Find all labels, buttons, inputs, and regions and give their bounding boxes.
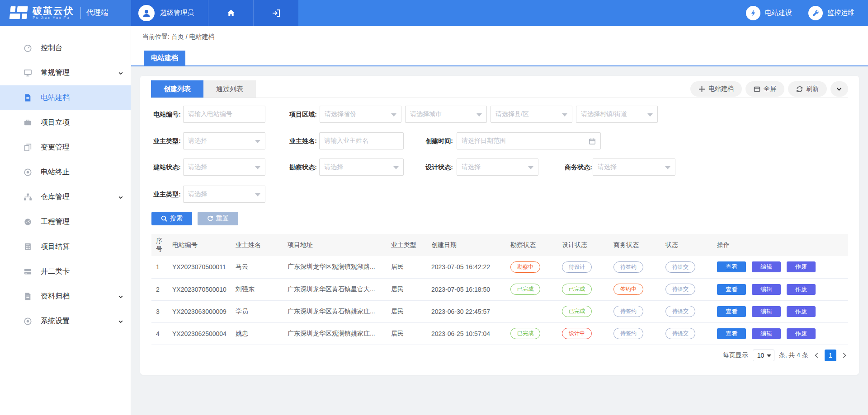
- select-caret-icon: [476, 113, 482, 117]
- business-cell: 待签约: [609, 300, 661, 322]
- sidebar: 控制台常规管理电站建档项目立项变更管理电站终止仓库管理工程管理项目结算开二类卡资…: [0, 26, 131, 415]
- select-input[interactable]: 请选择: [319, 159, 404, 176]
- actions-cell: 查看编辑作废: [712, 256, 848, 278]
- text-input[interactable]: 请输入电站编号: [183, 106, 265, 123]
- table-body: 1YX2023070500011马云广东深圳龙华区观澜镇观湖路...居民2023…: [151, 256, 848, 345]
- select-input[interactable]: 请选择: [457, 159, 538, 176]
- survey-status-badge: 勘察中: [510, 261, 540, 273]
- select-input[interactable]: 请选择村镇/街道: [576, 106, 658, 123]
- sidebar-item-label: 电站建档: [41, 93, 70, 103]
- chevron-down-icon: [118, 294, 123, 299]
- select-caret-icon: [647, 113, 653, 117]
- sidebar-item-4[interactable]: 变更管理: [0, 135, 131, 160]
- sidebar-item-5[interactable]: 电站终止: [0, 160, 131, 185]
- edit-button[interactable]: 编辑: [752, 261, 781, 272]
- sidebar-item-label: 项目结算: [41, 242, 70, 252]
- collapse-button[interactable]: [830, 81, 848, 97]
- copy-icon: [24, 143, 32, 152]
- void-button[interactable]: 作废: [787, 261, 816, 272]
- tab-passed-list[interactable]: 通过列表: [203, 80, 256, 98]
- calculator-icon: [24, 242, 33, 252]
- created-date: 2023-07-05 16:18:50: [427, 278, 506, 300]
- next-page-button[interactable]: [841, 350, 848, 361]
- date-range-input[interactable]: 请选择日期范围: [457, 132, 601, 149]
- select-input[interactable]: 请选择: [183, 159, 265, 176]
- view-button[interactable]: 查看: [717, 328, 746, 339]
- view-button[interactable]: 查看: [717, 284, 746, 295]
- view-button[interactable]: 查看: [717, 306, 746, 317]
- design-status-badge: 已完成: [562, 284, 592, 295]
- app-subtitle: Po Jian Yun Fu: [33, 16, 74, 20]
- owner-name: 学员: [231, 300, 283, 322]
- select-caret-icon: [562, 113, 567, 117]
- placeholder-text: 请输入电站编号: [188, 110, 232, 118]
- edit-button[interactable]: 编辑: [752, 328, 781, 339]
- fullscreen-button[interactable]: 全屏: [745, 81, 784, 97]
- sidebar-item-0[interactable]: 控制台: [0, 36, 131, 61]
- business-cell: 签约中: [609, 278, 661, 300]
- text-input[interactable]: 请输入业主姓名: [319, 132, 404, 149]
- refresh-button[interactable]: 刷新: [788, 81, 827, 97]
- logout-button[interactable]: [253, 0, 298, 26]
- view-button[interactable]: 查看: [717, 261, 746, 272]
- sidebar-item-6[interactable]: 仓库管理: [0, 185, 131, 210]
- sidebar-item-2[interactable]: 电站建档: [0, 85, 131, 110]
- sidebar-item-9[interactable]: 开二类卡: [0, 259, 131, 284]
- edit-button[interactable]: 编辑: [752, 306, 781, 317]
- prev-page-button[interactable]: [813, 350, 820, 361]
- void-button[interactable]: 作废: [787, 284, 816, 295]
- station-code: YX2023063000009: [168, 300, 231, 322]
- edit-button[interactable]: 编辑: [752, 284, 781, 295]
- placeholder-text: 请选择日期范围: [462, 137, 506, 145]
- table-row: 3YX2023063000009学员广东深圳龙华区黄石镇姚家庄...居民2023…: [151, 300, 848, 322]
- breadcrumb-path[interactable]: 首页 / 电站建档: [171, 33, 215, 40]
- select-input[interactable]: 请选择: [183, 132, 265, 149]
- sidebar-item-11[interactable]: 系统设置: [0, 309, 131, 334]
- sidebar-item-8[interactable]: 项目结算: [0, 234, 131, 259]
- filter-label: 业主类型:: [151, 132, 181, 149]
- page-tab[interactable]: 电站建档: [144, 51, 185, 65]
- sidebar-item-label: 控制台: [41, 43, 62, 53]
- owner-name: 姚忠: [231, 322, 283, 345]
- select-input[interactable]: 请选择城市: [405, 106, 487, 123]
- toolbar-button-label: 电站建档: [708, 85, 734, 93]
- select-caret-icon: [255, 193, 260, 196]
- status-cell: 待提交: [661, 322, 712, 345]
- sitemap-icon: [24, 193, 32, 201]
- sidebar-item-label: 系统设置: [41, 317, 70, 326]
- select-input[interactable]: 请选择省份: [320, 106, 401, 123]
- select-input[interactable]: 请选择县/区: [491, 106, 572, 123]
- station-code: YX2023070500010: [168, 278, 231, 300]
- tab-create-list[interactable]: 创建列表: [151, 80, 203, 98]
- reset-button[interactable]: 重置: [198, 212, 238, 225]
- sidebar-item-7[interactable]: 工程管理: [0, 210, 131, 234]
- toolbar-button-label: 全屏: [764, 85, 776, 93]
- row-seq: 1: [151, 256, 168, 278]
- page-size-select[interactable]: 10: [753, 350, 774, 361]
- current-user[interactable]: 超级管理员: [131, 0, 208, 26]
- header-nav-monitor[interactable]: 监控运维: [808, 6, 854, 20]
- sidebar-item-1[interactable]: 常规管理: [0, 61, 131, 85]
- add-station-button[interactable]: 电站建档: [690, 81, 742, 97]
- header-nav-build[interactable]: 电站建设: [746, 6, 792, 20]
- row-seq: 3: [151, 300, 168, 322]
- refresh-icon: [796, 86, 803, 93]
- void-button[interactable]: 作废: [787, 328, 816, 339]
- survey-cell: 已完成: [506, 278, 557, 300]
- sidebar-item-3[interactable]: 项目立项: [0, 110, 131, 135]
- wrench-icon: [812, 9, 819, 17]
- void-button[interactable]: 作废: [787, 306, 816, 317]
- select-input[interactable]: 请选择: [183, 186, 265, 203]
- select-caret-icon: [665, 166, 670, 169]
- select-input[interactable]: 请选择: [593, 159, 675, 176]
- table-header: 序号电站编号业主姓名项目地址业主类型创建日期勘察状态设计状态商务状态状态操作: [151, 234, 848, 256]
- filter-label: 项目区域:: [288, 106, 317, 123]
- sidebar-item-10[interactable]: 资料归档: [0, 284, 131, 309]
- search-button[interactable]: 搜索: [151, 212, 192, 225]
- current-page-button[interactable]: 1: [825, 350, 836, 361]
- fullscreen-icon: [754, 86, 760, 93]
- home-button[interactable]: [208, 0, 253, 26]
- filter-row-3: 业主类型:请选择: [151, 186, 848, 203]
- select-caret-icon: [393, 166, 399, 169]
- row-seq: 2: [151, 278, 168, 300]
